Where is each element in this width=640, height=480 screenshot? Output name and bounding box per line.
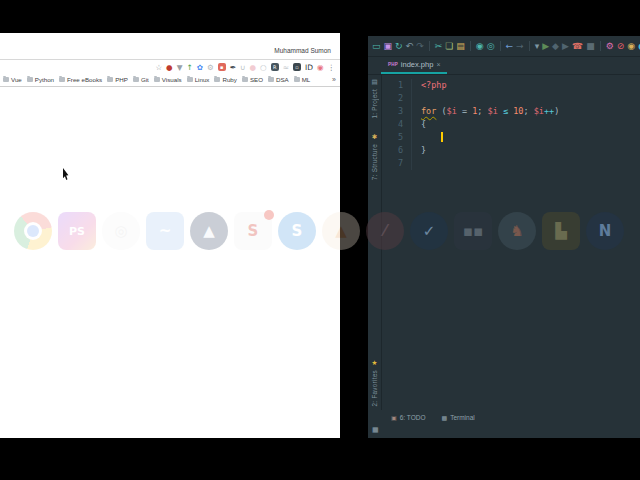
forward-icon[interactable]: → xyxy=(516,41,524,51)
extension-icon-gray-ring[interactable]: ○ xyxy=(260,63,267,72)
php-file-icon: PHP xyxy=(388,62,398,67)
dock-slash-icon[interactable]: ⁄ xyxy=(366,212,404,250)
redo-icon[interactable]: ↷ xyxy=(416,41,424,51)
coverage-icon[interactable]: ▶ xyxy=(562,41,569,51)
extension-icon-id[interactable]: ID xyxy=(305,63,313,72)
extension-icon-red-lock[interactable]: ▪ xyxy=(218,63,226,71)
tool-button-todo[interactable]: ▣6: TODO xyxy=(391,414,425,421)
browser-menu-icon[interactable]: ⋮ xyxy=(328,63,336,72)
dock-chrome-icon[interactable] xyxy=(14,212,52,250)
extension-icon-antenna[interactable]: ≈ xyxy=(283,63,289,72)
tool-button-structure-label: 7: Structure xyxy=(371,144,378,180)
dock-phpstorm-icon[interactable]: PS xyxy=(58,212,96,250)
undo-icon[interactable]: ↶ xyxy=(406,41,414,51)
bookmark-folder-ruby[interactable]: Ruby xyxy=(214,76,236,83)
dock-n-circle-icon[interactable]: N xyxy=(586,212,624,250)
bookmark-label: DSA xyxy=(276,76,289,83)
toolbar-separator xyxy=(470,41,471,51)
dock-navigation-icon[interactable]: ▲ xyxy=(190,212,228,250)
dock-forklift-icon[interactable]: ▙ xyxy=(542,212,580,250)
folder-icon xyxy=(107,77,113,82)
dock-dots-icon[interactable]: ▪▪ xyxy=(454,212,492,250)
profile-name[interactable]: Muhammad Sumon xyxy=(274,47,331,54)
copy-icon[interactable]: ❏ xyxy=(445,41,453,51)
bookmark-folder-free-ebooks[interactable]: Free eBooks xyxy=(59,76,102,83)
code-line: 1<?php xyxy=(381,79,640,92)
run-config-dropdown[interactable]: ▾ xyxy=(535,41,540,51)
tool-button-terminal[interactable]: ▩Terminal xyxy=(441,414,474,421)
no-entry-icon[interactable]: ⊘ xyxy=(617,41,625,51)
extension-icon-u-shape[interactable]: ∪ xyxy=(240,63,246,72)
extension-icon-green-arrow[interactable]: ↑ xyxy=(186,63,192,72)
bookmark-folder-ml[interactable]: ML xyxy=(294,76,311,83)
dock-rings-icon[interactable]: ◎ xyxy=(102,212,140,250)
code-line: 2 xyxy=(381,92,640,105)
bookmark-folder-vue[interactable]: Vue xyxy=(3,76,22,83)
sync-icon[interactable]: ↻ xyxy=(395,41,403,51)
browser-page-content[interactable] xyxy=(0,87,340,436)
dock-s-badge-icon[interactable]: S xyxy=(234,212,272,250)
tab-close-icon[interactable]: × xyxy=(436,61,440,68)
extension-icon-faint-pink[interactable]: ● xyxy=(250,63,257,72)
bookmark-folder-visuals[interactable]: Visuals xyxy=(154,76,182,83)
extension-icon-pink-dot[interactable]: ◉ xyxy=(317,63,324,72)
find-icon[interactable]: ◉ xyxy=(476,41,484,51)
back-icon[interactable]: ← xyxy=(506,41,514,51)
line-number: 7 xyxy=(381,157,412,170)
extension-icon-pinwheel[interactable]: ✿ xyxy=(197,63,203,72)
dock-bird-icon[interactable]: ♞ xyxy=(498,212,536,250)
extension-icon-v-shape[interactable]: ▼ xyxy=(177,63,183,72)
extension-icon-red-circle[interactable]: ● xyxy=(166,63,173,72)
replace-icon[interactable]: ◎ xyxy=(487,41,495,51)
bookmark-folder-linux[interactable]: Linux xyxy=(187,76,210,83)
editor-tab-bar: PHP index.php × xyxy=(368,57,640,75)
extension-icon-dark-feather[interactable]: ✒ xyxy=(230,63,236,72)
tab-index-php[interactable]: PHP index.php × xyxy=(381,57,447,74)
bookmark-label: Vue xyxy=(11,76,22,83)
debug-icon[interactable]: ◆ xyxy=(552,41,559,51)
line-number: 3 xyxy=(381,105,412,118)
folder-icon xyxy=(59,77,65,82)
ide-status-bar: ▦ xyxy=(368,424,640,438)
browser-title-strip: Muhammad Sumon xyxy=(0,33,340,60)
extension-icon-screenshot[interactable]: ▫ xyxy=(293,63,301,71)
bookmarks-bar-items: VuePythonFree eBooksPHPGitVisualsLinuxRu… xyxy=(3,76,310,83)
tool-button-todo-icon: ▣ xyxy=(391,414,397,421)
extension-icon-r-box[interactable]: R xyxy=(271,63,279,71)
paste-icon[interactable]: ▤ xyxy=(456,41,465,51)
bookmark-folder-git[interactable]: Git xyxy=(133,76,149,83)
bookmark-star-icon[interactable]: ☆ xyxy=(155,63,162,72)
profiler-icon[interactable]: ☎ xyxy=(572,41,583,51)
bookmark-folder-dsa[interactable]: DSA xyxy=(268,76,289,83)
toolbar-separator xyxy=(500,41,501,51)
stop-icon[interactable]: ■ xyxy=(586,41,595,51)
tool-button-structure[interactable]: ✱7: Structure xyxy=(371,133,378,180)
bookmark-folder-python[interactable]: Python xyxy=(27,76,54,83)
tool-button-project[interactable]: ▤1: Project xyxy=(371,78,378,119)
left-strip-top-group: ▤1: Project✱7: Structure xyxy=(371,78,378,180)
folder-icon xyxy=(3,77,9,82)
save-icon[interactable]: ▣ xyxy=(384,41,393,51)
bookmark-folder-seo[interactable]: SEO xyxy=(242,76,263,83)
run-icon[interactable]: ▶ xyxy=(542,41,549,51)
gravatar-icon[interactable]: ◉ xyxy=(627,41,635,51)
code-line: 7 xyxy=(381,157,640,170)
bookmarks-overflow-chevron[interactable]: » xyxy=(332,76,336,83)
dock-arrow-icon[interactable]: ▲ xyxy=(322,212,360,250)
bookmark-label: PHP xyxy=(115,76,128,83)
cut-icon[interactable]: ✂ xyxy=(435,41,443,51)
folder-icon xyxy=(133,77,139,82)
dock-check-icon[interactable]: ✓ xyxy=(410,212,448,250)
app-dock: PS◎~▲SS▲⁄✓▪▪♞▙N xyxy=(14,212,624,250)
tool-button-favorites[interactable]: ★2: Favorites xyxy=(371,359,378,407)
ide-bottom-tool-bar: ▣6: TODO▩Terminal xyxy=(381,410,640,424)
dock-blue-doc-icon[interactable]: ~ xyxy=(146,212,184,250)
open-file-icon[interactable]: ▭ xyxy=(372,41,381,51)
settings-icon[interactable]: ⚙ xyxy=(606,41,614,51)
extension-icon-gray-gear[interactable]: ⚙ xyxy=(207,63,214,72)
code-editor[interactable]: 1<?php23for ($i = 1; $i ≤ 10; $i++)4{5 6… xyxy=(381,74,640,170)
tool-windows-toggle-icon[interactable]: ▦ xyxy=(372,426,379,434)
bookmark-label: Git xyxy=(141,76,149,83)
bookmark-folder-php[interactable]: PHP xyxy=(107,76,128,83)
dock-skype-icon[interactable]: S xyxy=(278,212,316,250)
